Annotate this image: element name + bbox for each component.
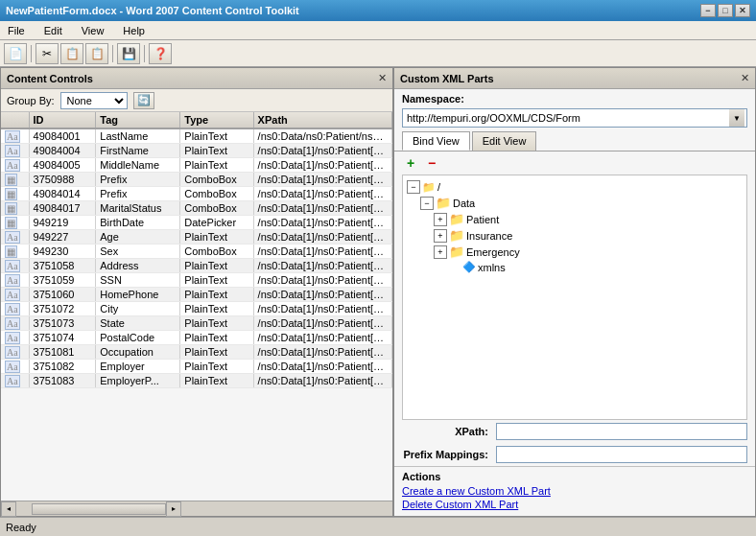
toolbar-paste[interactable]: 📋 <box>85 43 108 64</box>
tree-folder-icon-insurance: 📁 <box>449 228 464 243</box>
table-row[interactable]: ▦ 3750988 Prefix ComboBox /ns0:Data[1]/n… <box>1 173 392 187</box>
namespace-combo[interactable]: http://tempuri.org/OOXML/CDS/Form ▼ <box>402 108 747 128</box>
toolbar-sep1 <box>31 45 32 62</box>
row-id: 49084014 <box>29 187 96 201</box>
scroll-thumb[interactable] <box>32 503 166 515</box>
row-type: PlainText <box>180 331 253 345</box>
menu-file[interactable]: File <box>4 23 29 38</box>
maximize-button[interactable]: □ <box>718 4 733 17</box>
minimize-button[interactable]: − <box>700 4 716 17</box>
scroll-right-arrow[interactable]: ▸ <box>166 501 181 517</box>
horizontal-scrollbar[interactable]: ◂ ▸ <box>1 501 392 516</box>
menu-edit[interactable]: Edit <box>40 23 66 38</box>
toolbar-help[interactable]: ❓ <box>149 43 172 64</box>
row-icon: Aa <box>1 331 29 345</box>
table-row[interactable]: Aa 3751081 Occupation PlainText /ns0:Dat… <box>1 345 392 360</box>
row-tag: SSN <box>96 273 180 288</box>
table-row[interactable]: ▦ 49084017 MaritalStatus ComboBox /ns0:D… <box>1 201 392 216</box>
col-tag: Tag <box>96 112 180 128</box>
tree-node-xmlns[interactable]: 🔷 xmlns <box>407 260 743 274</box>
menu-view[interactable]: View <box>78 23 108 38</box>
right-panel-title: Custom XML Parts <box>400 73 494 84</box>
toolbar-copy[interactable]: 📋 <box>60 43 83 64</box>
window-title: NewPatientForm.docx - Word 2007 Content … <box>6 5 299 16</box>
content-controls-table[interactable]: ID Tag Type XPath Aa 49084001 LastName P… <box>1 112 392 501</box>
main-content: Content Controls ✕ Group By: None Tag Ty… <box>0 67 756 517</box>
tree-label-xmlns: xmlns <box>478 262 506 273</box>
actions-title: Actions <box>402 471 747 482</box>
table-header-row: ID Tag Type XPath <box>1 112 392 128</box>
menu-help[interactable]: Help <box>119 23 149 38</box>
table-row[interactable]: Aa 3751072 City PlainText /ns0:Data[1]/n… <box>1 302 392 316</box>
left-panel: Content Controls ✕ Group By: None Tag Ty… <box>1 68 394 516</box>
row-icon: Aa <box>1 158 29 173</box>
row-icon: Aa <box>1 302 29 316</box>
toolbar-cut[interactable]: ✂ <box>35 43 59 64</box>
group-by-row: Group By: None Tag Type 🔄 <box>1 89 392 112</box>
tree-expander-patient[interactable]: + <box>434 213 447 226</box>
right-panel-close[interactable]: ✕ <box>741 72 749 84</box>
delete-custom-part-link[interactable]: Delete Custom XML Part <box>402 499 747 510</box>
table-row[interactable]: Aa 3751059 SSN PlainText /ns0:Data[1]/ns… <box>1 273 392 288</box>
tree-remove-button[interactable]: − <box>423 154 440 172</box>
create-custom-part-link[interactable]: Create a new Custom XML Part <box>402 485 747 497</box>
refresh-button[interactable]: 🔄 <box>133 92 154 109</box>
left-panel-header: Content Controls ✕ <box>1 68 392 89</box>
xpath-input[interactable] <box>496 423 747 440</box>
row-icon: Aa <box>1 259 29 273</box>
xml-tree[interactable]: − 📁 / − 📁 Data + 📁 Patient + 📁 Insurance <box>402 175 747 420</box>
row-icon: Aa <box>1 374 29 388</box>
tab-edit-view[interactable]: Edit View <box>472 131 537 151</box>
row-xpath: /ns0:Data[1]/ns0:Patient[1]... <box>253 273 391 288</box>
prefix-label: Prefix Mappings: <box>402 449 488 460</box>
table-row[interactable]: Aa 3751082 Employer PlainText /ns0:Data[… <box>1 360 392 374</box>
tree-node-insurance[interactable]: + 📁 Insurance <box>407 227 743 244</box>
tree-expander-emergency[interactable]: + <box>434 245 447 259</box>
row-icon: Aa <box>1 345 29 360</box>
tree-node-patient[interactable]: + 📁 Patient <box>407 211 743 227</box>
table-row[interactable]: Aa 3751060 HomePhone PlainText /ns0:Data… <box>1 288 392 302</box>
row-tag: Prefix <box>96 187 180 201</box>
row-xpath: /ns0:Data[1]/ns0:Patient[1]... <box>253 374 391 388</box>
tree-node-root[interactable]: − 📁 / <box>407 179 743 195</box>
tree-node-emergency[interactable]: + 📁 Emergency <box>407 244 743 260</box>
row-icon: ▦ <box>1 216 29 230</box>
row-tag: Occupation <box>96 345 180 360</box>
toolbar-save[interactable]: 💾 <box>117 43 140 64</box>
table-row[interactable]: Aa 49084005 MiddleName PlainText /ns0:Da… <box>1 158 392 173</box>
tree-expander-root[interactable]: − <box>407 180 420 194</box>
tree-toolbar: + − <box>394 151 755 175</box>
row-icon: Aa <box>1 360 29 374</box>
table-row[interactable]: Aa 3751074 PostalCode PlainText /ns0:Dat… <box>1 331 392 345</box>
tree-expander-insurance[interactable]: + <box>434 229 447 243</box>
tree-node-data[interactable]: − 📁 Data <box>407 195 743 211</box>
table-row[interactable]: Aa 3751058 Address PlainText /ns0:Data[1… <box>1 259 392 273</box>
table-row[interactable]: Aa 3751083 EmployerP... PlainText /ns0:D… <box>1 374 392 388</box>
row-tag: MaritalStatus <box>96 201 180 216</box>
scroll-left-arrow[interactable]: ◂ <box>1 501 16 517</box>
table-row[interactable]: ▦ 949230 Sex ComboBox /ns0:Data[1]/ns0:P… <box>1 245 392 259</box>
close-button[interactable]: ✕ <box>735 4 750 17</box>
row-icon: Aa <box>1 230 29 245</box>
table-row[interactable]: Aa 49084001 LastName PlainText /ns0:Data… <box>1 128 392 144</box>
tree-add-button[interactable]: + <box>402 154 419 172</box>
left-panel-close[interactable]: ✕ <box>378 72 387 84</box>
tree-expander-data[interactable]: − <box>420 197 434 210</box>
prefix-input[interactable] <box>496 446 747 463</box>
row-id: 3751072 <box>29 302 96 316</box>
table-row[interactable]: Aa 3751073 State PlainText /ns0:Data[1]/… <box>1 316 392 331</box>
group-by-select[interactable]: None Tag Type <box>60 92 128 109</box>
row-tag: City <box>96 302 180 316</box>
row-xpath: /ns0:Data[1]/ns0:Patient[1]... <box>253 331 391 345</box>
table-row[interactable]: ▦ 949219 BirthDate DatePicker /ns0:Data[… <box>1 216 392 230</box>
table-row[interactable]: Aa 49084004 FirstName PlainText /ns0:Dat… <box>1 144 392 158</box>
toolbar-new[interactable]: 📄 <box>4 43 27 64</box>
row-tag: LastName <box>96 128 180 144</box>
tree-label-insurance: Insurance <box>466 230 512 242</box>
tree-folder-icon-data: 📁 <box>436 196 451 210</box>
tab-bind-view[interactable]: Bind View <box>402 131 470 151</box>
table-row[interactable]: ▦ 49084014 Prefix ComboBox /ns0:Data[1]/… <box>1 187 392 201</box>
row-tag: BirthDate <box>96 216 180 230</box>
namespace-dropdown-arrow[interactable]: ▼ <box>729 109 744 127</box>
table-row[interactable]: Aa 949227 Age PlainText /ns0:Data[1]/ns0… <box>1 230 392 245</box>
